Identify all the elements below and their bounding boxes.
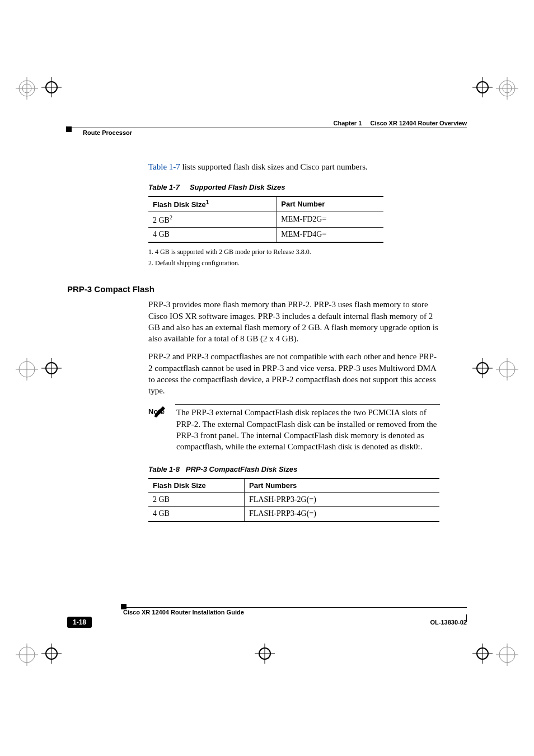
table-flash-disk-sizes: Flash Disk Size1 Part Number 2 GB2 MEM-F… xyxy=(148,196,383,243)
table-row: 2 GB2 MEM-FD2G= xyxy=(148,212,383,228)
page: Chapter 1 Cisco XR 12404 Router Overview… xyxy=(0,0,534,756)
paragraph: PRP-3 provides more flash memory than PR… xyxy=(148,299,440,344)
reg-mark-icon xyxy=(496,644,518,668)
intro-text: lists supported flash disk sizes and Cis… xyxy=(180,162,368,171)
reg-mark-icon xyxy=(41,644,62,666)
table-row: 2 GB FLASH-PRP3-2G(=) xyxy=(148,492,439,507)
header-marker-icon xyxy=(66,126,72,132)
page-footer: Cisco XR 12404 Router Installation Guide… xyxy=(67,607,467,628)
guide-title: Cisco XR 12404 Router Installation Guide xyxy=(123,607,467,616)
chapter-label: Chapter 1 xyxy=(334,120,362,126)
footnote: 1. 4 GB is supported with 2 GB mode prio… xyxy=(148,247,440,256)
reg-mark-icon xyxy=(472,358,493,381)
table-prp3-disk-sizes: Flash Disk Size Part Numbers 2 GB FLASH-… xyxy=(148,478,439,522)
reg-mark-icon xyxy=(496,77,518,102)
chapter-title: Cisco XR 12404 Router Overview xyxy=(371,120,467,126)
note-text: The PRP-3 external CompactFlash disk rep… xyxy=(176,407,440,452)
page-number: 1-18 xyxy=(67,617,92,628)
reg-mark-icon xyxy=(16,77,38,102)
reg-mark-icon xyxy=(255,644,275,666)
footer-rule-icon xyxy=(466,614,467,622)
main-content: Table 1-7 lists supported flash disk siz… xyxy=(148,161,440,522)
reg-mark-icon xyxy=(16,644,38,668)
footnote: 2. Default shipping configuration. xyxy=(148,259,440,267)
note-block: Note The PRP-3 external CompactFlash dis… xyxy=(148,404,440,452)
table-1-caption: Table 1-7 Supported Flash Disk Sizes xyxy=(148,182,440,192)
reg-mark-icon xyxy=(41,77,62,100)
reg-mark-icon xyxy=(496,358,518,383)
page-header: Chapter 1 Cisco XR 12404 Router Overview… xyxy=(67,120,467,136)
paragraph: PRP-2 and PRP-3 compactflashes are not c… xyxy=(148,351,440,396)
table-header-cell: Flash Disk Size xyxy=(148,478,245,492)
doc-id: OL-13830-02 xyxy=(430,619,467,626)
table-header-cell: Part Numbers xyxy=(245,478,440,492)
reg-mark-icon xyxy=(472,644,493,666)
table-header-cell: Part Number xyxy=(277,196,383,212)
table-row: 4 GB FLASH-PRP3-4G(=) xyxy=(148,507,439,522)
section-name: Route Processor xyxy=(83,129,467,136)
section-heading: PRP-3 Compact Flash xyxy=(67,284,154,294)
table-row: 4 GB MEM-FD4G= xyxy=(148,228,383,242)
table-header-cell: Flash Disk Size1 xyxy=(148,196,277,212)
footer-marker-icon xyxy=(121,604,127,609)
table-2-caption: Table 1-8 PRP-3 CompactFlash Disk Sizes xyxy=(148,464,440,475)
table-footnotes: 1. 4 GB is supported with 2 GB mode prio… xyxy=(148,247,440,267)
reg-mark-icon xyxy=(16,358,38,383)
reg-mark-icon xyxy=(472,77,493,100)
reg-mark-icon xyxy=(41,358,62,381)
intro-paragraph: Table 1-7 lists supported flash disk siz… xyxy=(148,161,440,172)
table-link[interactable]: Table 1-7 xyxy=(148,162,180,171)
note-pencil-icon xyxy=(153,403,167,420)
